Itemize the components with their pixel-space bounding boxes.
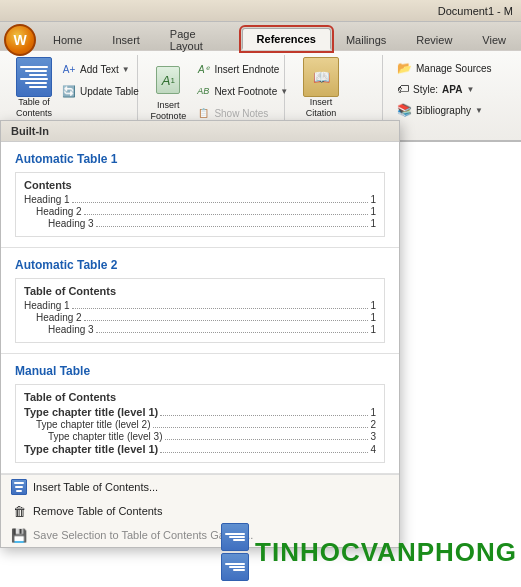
office-icon: W bbox=[13, 32, 26, 48]
at2-heading3: Heading 3 1 bbox=[48, 324, 376, 335]
add-text-icon: A+ bbox=[61, 61, 77, 77]
remove-toc-menu-item[interactable]: 🗑 Remove Table of Contents bbox=[1, 499, 399, 523]
show-notes-label: Show Notes bbox=[214, 108, 268, 119]
style-arrow: ▼ bbox=[466, 85, 474, 94]
bibliography-icon: 📚 bbox=[397, 103, 412, 117]
automatic-table-1-option[interactable]: Automatic Table 1 Contents Heading 1 1 H… bbox=[1, 142, 399, 248]
tab-page-layout[interactable]: Page Layout bbox=[155, 28, 242, 50]
toc-dropdown-panel: Built-In Automatic Table 1 Contents Head… bbox=[0, 120, 400, 548]
insert-toc-label: Insert Table of Contents... bbox=[33, 481, 158, 493]
update-table-button[interactable]: 🔄 Update Table bbox=[58, 81, 142, 101]
next-footnote-button[interactable]: AB Next Footnote ▼ bbox=[192, 81, 291, 101]
at1-heading2: Heading 2 1 bbox=[36, 206, 376, 217]
insert-endnote-label: Insert Endnote bbox=[214, 64, 279, 75]
insert-footnote-icon: A1 bbox=[150, 60, 186, 100]
next-footnote-icon: AB bbox=[195, 83, 211, 99]
toc2-title: Table of Contents bbox=[24, 285, 376, 297]
right-panel: 📂 Manage Sources 🏷 Style: APA ▼ 📚 Biblio… bbox=[385, 55, 515, 136]
title-bar: Document1 - M bbox=[0, 0, 521, 22]
manage-sources-label: Manage Sources bbox=[416, 63, 492, 74]
mt-entry4: Type chapter title (level 1) 4 bbox=[24, 443, 376, 455]
manual-table-option[interactable]: Manual Table Table of Contents Type chap… bbox=[1, 354, 399, 474]
remove-toc-icon: 🗑 bbox=[11, 503, 27, 519]
office-button[interactable]: W bbox=[4, 24, 36, 56]
insert-footnote-label: InsertFootnote bbox=[151, 100, 187, 122]
style-value: APA bbox=[442, 84, 462, 95]
toc-group-content: Table of Contents ▼ A+ Add Text ▼ 🔄 Upda… bbox=[14, 57, 129, 125]
bibliography-button[interactable]: 📚 Bibliography ▼ bbox=[393, 101, 507, 119]
tab-review[interactable]: Review bbox=[401, 28, 467, 50]
at1-heading3: Heading 3 1 bbox=[48, 218, 376, 229]
automatic-table-2-title: Automatic Table 2 bbox=[15, 258, 385, 272]
save-selection-icon: 💾 bbox=[11, 527, 27, 543]
watermark-icons bbox=[221, 523, 249, 581]
manual-table-title: Manual Table bbox=[15, 364, 385, 378]
tab-home[interactable]: Home bbox=[38, 28, 97, 50]
bibliography-arrow: ▼ bbox=[475, 106, 483, 115]
style-icon: 🏷 bbox=[397, 82, 409, 96]
toc-icon bbox=[16, 57, 52, 97]
tab-references[interactable]: References bbox=[242, 28, 331, 50]
manual-toc-title: Table of Contents bbox=[24, 391, 376, 403]
toc-button-label: Table of Contents bbox=[16, 97, 52, 119]
mt-entry3: Type chapter title (level 3) 3 bbox=[48, 431, 376, 442]
next-footnote-label: Next Footnote bbox=[214, 86, 277, 97]
watermark-toc-icon2 bbox=[221, 553, 249, 581]
tab-view[interactable]: View bbox=[467, 28, 521, 50]
mt-entry1: Type chapter title (level 1) 1 bbox=[24, 406, 376, 418]
update-table-label: Update Table bbox=[80, 86, 139, 97]
remove-toc-label: Remove Table of Contents bbox=[33, 505, 162, 517]
style-button[interactable]: 🏷 Style: APA ▼ bbox=[393, 80, 507, 98]
footnotes-small-buttons: Aᵉ Insert Endnote AB Next Footnote ▼ 📋 S… bbox=[192, 57, 291, 123]
footnotes-group-content: A1 InsertFootnote Aᵉ Insert Endnote AB N… bbox=[148, 57, 276, 125]
contents-title: Contents bbox=[24, 179, 376, 191]
bibliography-label: Bibliography bbox=[416, 105, 471, 116]
tab-mailings[interactable]: Mailings bbox=[331, 28, 401, 50]
manage-sources-icon: 📂 bbox=[397, 61, 412, 75]
insert-toc-icon bbox=[11, 479, 27, 495]
at2-heading2: Heading 2 1 bbox=[36, 312, 376, 323]
insert-citation-label: InsertCitation bbox=[306, 97, 337, 119]
manage-sources-button[interactable]: 📂 Manage Sources bbox=[393, 59, 507, 77]
manual-table-preview: Table of Contents Type chapter title (le… bbox=[15, 384, 385, 463]
citations-group-content: 📖 InsertCitation ▼ bbox=[295, 57, 374, 125]
automatic-table-2-preview: Table of Contents Heading 1 1 Heading 2 … bbox=[15, 278, 385, 343]
insert-citation-icon: 📖 bbox=[303, 57, 339, 97]
add-text-label: Add Text bbox=[80, 64, 119, 75]
watermark-area: TINHOCVANPHONG bbox=[221, 523, 517, 581]
at1-heading1: Heading 1 1 bbox=[24, 194, 376, 205]
insert-footnote-button[interactable]: A1 InsertFootnote bbox=[148, 57, 188, 125]
automatic-table-1-preview: Contents Heading 1 1 Heading 2 1 Heading… bbox=[15, 172, 385, 237]
show-notes-icon: 📋 bbox=[195, 105, 211, 121]
insert-citation-button[interactable]: 📖 InsertCitation ▼ bbox=[295, 57, 347, 125]
document-title: Document1 - M bbox=[438, 5, 513, 17]
automatic-table-1-title: Automatic Table 1 bbox=[15, 152, 385, 166]
watermark-text: TINHOCVANPHONG bbox=[255, 537, 517, 568]
update-table-icon: 🔄 bbox=[61, 83, 77, 99]
built-in-header: Built-In bbox=[1, 121, 399, 142]
add-text-arrow: ▼ bbox=[122, 65, 130, 74]
at2-heading1: Heading 1 1 bbox=[24, 300, 376, 311]
table-of-contents-button[interactable]: Table of Contents ▼ bbox=[14, 57, 54, 125]
insert-endnote-icon: Aᵉ bbox=[195, 61, 211, 77]
mt-entry2: Type chapter title (level 2) 2 bbox=[36, 419, 376, 430]
watermark-toc-icon1 bbox=[221, 523, 249, 551]
style-label: Style: bbox=[413, 84, 438, 95]
automatic-table-2-option[interactable]: Automatic Table 2 Table of Contents Head… bbox=[1, 248, 399, 354]
insert-table-of-contents-menu-item[interactable]: Insert Table of Contents... bbox=[1, 475, 399, 499]
insert-endnote-button[interactable]: Aᵉ Insert Endnote bbox=[192, 59, 291, 79]
tab-bar: Home Insert Page Layout References Maili… bbox=[0, 22, 521, 50]
add-text-button[interactable]: A+ Add Text ▼ bbox=[58, 59, 142, 79]
tab-insert[interactable]: Insert bbox=[97, 28, 155, 50]
toc-small-buttons: A+ Add Text ▼ 🔄 Update Table bbox=[58, 57, 142, 101]
